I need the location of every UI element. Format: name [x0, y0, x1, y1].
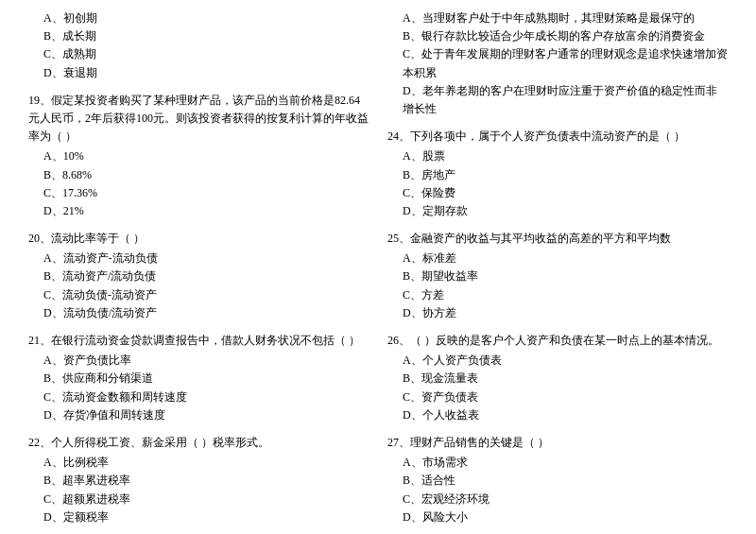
option-c-top-right: C、处于青年发展期的理财客户通常的理财观念是追求快速增加资本积累	[403, 45, 728, 81]
q19-d: D、21%	[43, 202, 369, 220]
q26-d: D、个人收益表	[403, 406, 728, 424]
q24-b: B、房地产	[403, 166, 728, 184]
q27-c: C、宏观经济环境	[403, 491, 728, 508]
question-20: 20、流动比率等于（ ） A、流动资产-流动负债 B、流动资产/流动负债 C、流…	[28, 230, 369, 322]
q24-a: A、股票	[403, 147, 728, 165]
question-27: 27、理财产品销售的关键是（ ） A、市场需求 B、适合性 C、宏观经济环境 D…	[387, 434, 728, 526]
q20-d: D、流动负债/流动资产	[43, 304, 369, 322]
option-d-top-right: D、老年养老期的客户在理财时应注重于资产价值的稳定性而非增长性	[403, 82, 728, 118]
q22-c: C、超额累进税率	[43, 491, 369, 508]
q20-text: 20、流动比率等于（ ）	[28, 230, 369, 248]
question-25: 25、金融资产的收益与其平均收益的高差的平方和平均数 A、标准差 B、期望收益率…	[387, 230, 728, 322]
page-content: A、初创期 B、成长期 C、成熟期 D、衰退期 19、假定某投资者购买了某种理财…	[28, 9, 728, 534]
option-a-top: A、初创期	[43, 9, 369, 27]
q19-a: A、10%	[43, 147, 369, 165]
q27-text: 27、理财产品销售的关键是（ ）	[387, 434, 728, 452]
q25-a: A、标准差	[403, 250, 728, 267]
q25-b: B、期望收益率	[403, 267, 728, 285]
option-b-top-right: B、银行存款比较适合少年成长期的客户存放富余的消费资金	[403, 27, 728, 45]
q26-a: A、个人资产负债表	[403, 352, 728, 370]
q27-d: D、风险大小	[403, 508, 728, 526]
option-a-top-right: A、当理财客户处于中年成熟期时，其理财策略是最保守的	[403, 9, 728, 27]
q24-text: 24、下列各项中，属于个人资产负债表中流动资产的是（ ）	[387, 128, 728, 146]
q20-c: C、流动负债-流动资产	[43, 286, 369, 304]
q27-a: A、市场需求	[403, 454, 728, 472]
q26-b: B、现金流量表	[403, 370, 728, 388]
q24-c: C、保险费	[403, 184, 728, 202]
q25-c: C、方差	[403, 286, 728, 304]
q24-d: D、定期存款	[403, 202, 728, 220]
q27-b: B、适合性	[403, 472, 728, 490]
question-26: 26、（ ）反映的是客户个人资产和负债在某一时点上的基本情况。 A、个人资产负债…	[387, 332, 728, 424]
option-d-top: D、衰退期	[43, 64, 369, 82]
q21-b: B、供应商和分销渠道	[43, 370, 369, 388]
q20-a: A、流动资产-流动负债	[43, 250, 369, 267]
q20-b: B、流动资产/流动负债	[43, 267, 369, 285]
right-column: A、当理财客户处于中年成熟期时，其理财策略是最保守的 B、银行存款比较适合少年成…	[387, 9, 728, 534]
option-b-top: B、成长期	[43, 27, 369, 45]
q21-d: D、存货净值和周转速度	[43, 406, 369, 424]
q19-text: 19、假定某投资者购买了某种理财产品，该产品的当前价格是82.64元人民币，2年…	[28, 92, 369, 146]
q22-d: D、定额税率	[43, 508, 369, 526]
left-column: A、初创期 B、成长期 C、成熟期 D、衰退期 19、假定某投资者购买了某种理财…	[28, 9, 369, 534]
q22-b: B、超率累进税率	[43, 472, 369, 490]
q21-text: 21、在银行流动资金贷款调查报告中，借款人财务状况不包括（ ）	[28, 332, 369, 350]
q25-text: 25、金融资产的收益与其平均收益的高差的平方和平均数	[387, 230, 728, 248]
q19-b: B、8.68%	[43, 166, 369, 184]
question-19: 19、假定某投资者购买了某种理财产品，该产品的当前价格是82.64元人民币，2年…	[28, 92, 369, 220]
option-c-top: C、成熟期	[43, 45, 369, 63]
q21-c: C、流动资金数额和周转速度	[43, 388, 369, 406]
q25-d: D、协方差	[403, 304, 728, 322]
question-21: 21、在银行流动资金贷款调查报告中，借款人财务状况不包括（ ） A、资产负债比率…	[28, 332, 369, 424]
q19-c: C、17.36%	[43, 184, 369, 202]
question-22: 22、个人所得税工资、薪金采用（ ）税率形式。 A、比例税率 B、超率累进税率 …	[28, 434, 369, 526]
question-24: 24、下列各项中，属于个人资产负债表中流动资产的是（ ） A、股票 B、房地产 …	[387, 128, 728, 220]
q22-a: A、比例税率	[43, 454, 369, 472]
q26-text: 26、（ ）反映的是客户个人资产和负债在某一时点上的基本情况。	[387, 332, 728, 350]
q26-c: C、资产负债表	[403, 388, 728, 406]
q21-a: A、资产负债比率	[43, 352, 369, 370]
q22-text: 22、个人所得税工资、薪金采用（ ）税率形式。	[28, 434, 369, 452]
top-options-right: A、当理财客户处于中年成熟期时，其理财策略是最保守的 B、银行存款比较适合少年成…	[387, 9, 728, 118]
top-options-left: A、初创期 B、成长期 C、成熟期 D、衰退期	[28, 9, 369, 82]
